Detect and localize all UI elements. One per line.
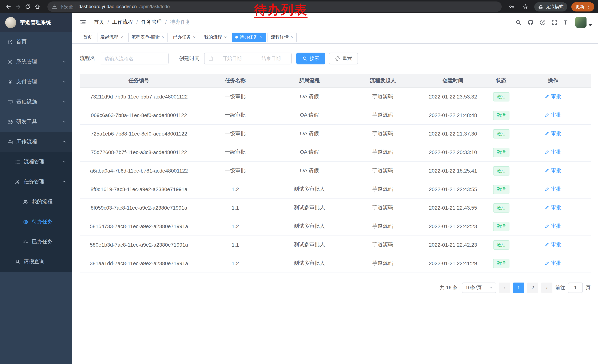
approve-link[interactable]: 审批: [545, 260, 561, 267]
cell-create-time: 2022-01-22 20:33:10: [419, 143, 487, 162]
approve-link[interactable]: 审批: [545, 93, 561, 100]
sidebar-item-workflow[interactable]: 工作流程: [0, 132, 72, 152]
sidebar-item-task-management[interactable]: 任务管理: [0, 172, 72, 192]
cell-task-id: 580e1b3d-7ac8-11ec-a9e2-a2380e71991a: [80, 235, 198, 254]
sidebar-item-done-tasks[interactable]: 已办任务: [0, 232, 72, 252]
start-date-placeholder: 开始日期: [216, 55, 249, 62]
approve-link[interactable]: 审批: [545, 186, 561, 193]
font-size-button[interactable]: [563, 19, 570, 25]
cell-process: 测试多审批人: [272, 235, 346, 254]
close-icon[interactable]: ×: [291, 35, 293, 40]
incognito-icon: [538, 4, 544, 9]
browser-forward-button[interactable]: [13, 2, 23, 11]
approve-link[interactable]: 审批: [545, 204, 561, 211]
process-name-input[interactable]: [100, 53, 169, 65]
sidebar-item-devtools[interactable]: 研发工具: [0, 112, 72, 132]
cell-create-time: 2022-01-22 21:37:30: [419, 124, 487, 143]
browser-back-button[interactable]: [4, 2, 13, 11]
column-header: 所属流程: [272, 74, 346, 87]
cell-task-name: 一级审批: [198, 143, 272, 162]
status-badge: 激活: [493, 203, 509, 212]
cell-create-time: 2022-01-21 22:41:29: [419, 254, 487, 273]
table-row: 725a1eb6-7b88-11ec-8ef0-acde48001122 一级审…: [80, 124, 590, 143]
page-unit-label: 页: [586, 284, 590, 291]
sidebar-item-todo-tasks[interactable]: 待办任务: [0, 212, 72, 232]
tab[interactable]: 发起流程 ×: [97, 32, 126, 42]
eye-icon: [23, 219, 29, 225]
screen: 不安全 dashboard.yudao.iocoder.cn /bpm/task…: [0, 0, 598, 364]
header-search-button[interactable]: [515, 19, 522, 25]
sidebar-item-leave-query[interactable]: 请假查询: [0, 252, 72, 272]
approve-link[interactable]: 审批: [545, 149, 561, 155]
date-range-picker[interactable]: 开始日期 - 结束日期: [204, 53, 291, 65]
reset-button[interactable]: 重置: [329, 53, 358, 65]
fullscreen-icon: [551, 19, 558, 25]
page-button-2[interactable]: 2: [527, 282, 538, 293]
cell-process: OA 请假: [272, 124, 346, 143]
column-header: 任务名称: [198, 74, 272, 87]
todo-task-table: 任务编号任务名称所属流程流程发起人创建时间状态操作 73211d9d-7b9b-…: [80, 74, 590, 273]
dashboard-icon: [8, 39, 13, 45]
people-icon: [23, 199, 29, 205]
close-icon[interactable]: ×: [162, 35, 165, 40]
breadcrumb-task-management[interactable]: 任务管理: [141, 19, 162, 25]
browser-update-button[interactable]: 更新: [571, 2, 594, 11]
edit-pen-icon: [545, 187, 549, 192]
breadcrumb-workflow[interactable]: 工作流程: [112, 19, 133, 25]
browser-home-button[interactable]: [33, 2, 42, 11]
prev-page-button[interactable]: ‹: [499, 282, 510, 293]
approve-link[interactable]: 审批: [545, 112, 561, 119]
page-button-1[interactable]: 1: [513, 282, 524, 293]
github-link[interactable]: [527, 19, 534, 25]
breadcrumb-home[interactable]: 首页: [94, 19, 104, 25]
table-row: 73211d9d-7b9b-11ec-b5b7-acde48001122 一级审…: [80, 87, 590, 106]
help-button[interactable]: [540, 19, 546, 25]
tab[interactable]: 我的流程 ×: [201, 32, 230, 42]
tab[interactable]: 已办任务 ×: [170, 32, 199, 42]
sidebar-item-process-management[interactable]: 流程管理: [0, 152, 72, 172]
filter-bar: 流程名 创建时间 开始日期 - 结束日期 搜索 重: [80, 53, 590, 65]
cell-task-name: 1.2: [198, 180, 272, 198]
approve-link[interactable]: 审批: [545, 223, 561, 230]
star-icon: [523, 4, 528, 10]
approve-link[interactable]: 审批: [545, 167, 561, 174]
cell-create-time: 2022-01-22 18:25:41: [419, 162, 487, 180]
sidebar-item-home[interactable]: 首页: [0, 32, 72, 52]
tab[interactable]: 流程表单-编辑 ×: [128, 32, 168, 42]
next-page-button[interactable]: ›: [541, 282, 552, 293]
sidebar-collapse-button[interactable]: [78, 19, 88, 25]
cell-starter: 芋道源码: [346, 87, 419, 106]
tab[interactable]: 流程详情 ×: [267, 32, 297, 42]
browser-reload-button[interactable]: [23, 2, 33, 11]
edit-pen-icon: [545, 168, 549, 173]
list-icon: [15, 159, 20, 165]
approve-link[interactable]: 审批: [545, 242, 561, 248]
goto-page-input[interactable]: [568, 282, 583, 293]
password-key-button[interactable]: [507, 2, 516, 11]
close-icon[interactable]: ×: [260, 35, 262, 40]
close-icon[interactable]: ×: [224, 35, 227, 40]
chevron-down-icon: [62, 160, 66, 164]
close-icon[interactable]: ×: [193, 35, 196, 40]
user-menu[interactable]: [575, 17, 592, 28]
cell-process: OA 请假: [272, 106, 346, 124]
chevron-down-icon: [62, 120, 66, 124]
close-icon[interactable]: ×: [120, 35, 123, 40]
bookmark-star-button[interactable]: [521, 2, 530, 11]
tab[interactable]: 待办任务 ×: [232, 32, 266, 42]
total-count: 共 16 条: [440, 284, 457, 291]
table-row: 381aa1dd-7ac8-11ec-a9e2-a2380e71991a 1.2…: [80, 254, 590, 273]
sidebar-item-my-processes[interactable]: 我的流程: [0, 192, 72, 212]
search-button[interactable]: 搜索: [296, 53, 325, 65]
fullscreen-button[interactable]: [551, 19, 558, 25]
cell-create-time: 2022-01-22 23:53:32: [419, 87, 487, 106]
app-logo-image: [5, 17, 16, 28]
page-size-select[interactable]: 10条/页: [462, 282, 496, 293]
sidebar-item-payment[interactable]: 支付管理: [0, 72, 72, 92]
sidebar-item-infrastructure[interactable]: 基础设施: [0, 92, 72, 112]
tab[interactable]: 首页: [80, 32, 95, 42]
status-badge: 激活: [493, 166, 509, 175]
approve-link[interactable]: 审批: [545, 130, 561, 137]
sidebar-item-system[interactable]: 系统管理: [0, 52, 72, 72]
breadcrumb-separator: /: [136, 19, 138, 25]
